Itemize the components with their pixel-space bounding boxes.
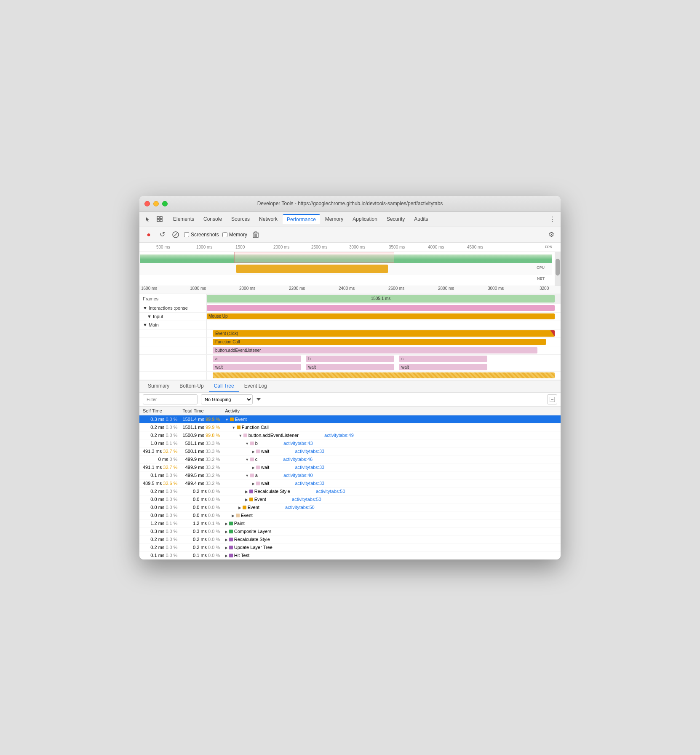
total-time-cell: 500.1 ms 33.3 % (179, 447, 222, 455)
table-row[interactable]: 0.3 ms 0.0 %1501.4 ms 99.9 %▼ Event (139, 415, 561, 423)
total-time-cell: 0.0 ms 0.0 % (179, 511, 222, 519)
table-row[interactable]: 0.2 ms 0.0 %0.2 ms 0.0 %▶ Recalculate St… (139, 487, 561, 495)
expand-icon[interactable]: ▼ (245, 474, 250, 478)
activity-link[interactable]: activitytabs:49 (324, 433, 354, 438)
table-row[interactable]: 0.2 ms 0.0 %1500.9 ms 99.8 %▼ button.add… (139, 431, 561, 439)
table-row[interactable]: 1.0 ms 0.1 %501.1 ms 33.3 %▼ b activityt… (139, 439, 561, 447)
screenshots-checkbox[interactable] (184, 232, 189, 237)
tab-security[interactable]: Security (382, 214, 409, 224)
expand-icon[interactable]: ▶ (245, 490, 249, 494)
minimize-button[interactable] (153, 201, 159, 206)
expand-icon[interactable]: ▼ (232, 426, 236, 430)
table-row[interactable]: 491.1 ms 32.7 %499.9 ms 33.2 %▶ wait act… (139, 463, 561, 471)
expand-icon[interactable]: ▶ (225, 538, 229, 542)
more-tabs-button[interactable]: ⋮ (547, 214, 557, 224)
expand-icon[interactable]: ▶ (245, 498, 249, 502)
memory-checkbox[interactable] (222, 232, 227, 237)
inspect-icon-button[interactable] (155, 214, 165, 224)
table-row[interactable]: 489.5 ms 32.6 %499.4 ms 33.2 %▶ wait act… (139, 479, 561, 487)
filter-input[interactable] (143, 394, 198, 404)
clear-button[interactable] (171, 230, 181, 240)
table-row[interactable]: 0.0 ms 0.0 %0.0 ms 0.0 %▶ Event activity… (139, 495, 561, 503)
expand-icon[interactable]: ▶ (238, 506, 243, 510)
expand-icon[interactable]: ▶ (225, 546, 229, 550)
ruler-tick-500: 500 ms (156, 245, 170, 249)
table-row[interactable]: 0.2 ms 0.0 %0.2 ms 0.0 %▶ Recalculate St… (139, 535, 561, 543)
expand-icon[interactable]: ▶ (225, 530, 229, 534)
activity-link[interactable]: activitytabs:50 (316, 489, 345, 494)
trash-button[interactable] (251, 230, 261, 240)
expand-icon[interactable]: ▶ (252, 450, 256, 454)
expand-icon[interactable]: ▼ (238, 434, 243, 438)
table-row[interactable]: 0.3 ms 0.0 %0.3 ms 0.0 %▶ Composite Laye… (139, 527, 561, 535)
record-button[interactable]: ● (144, 230, 154, 240)
tab-console[interactable]: Console (199, 214, 226, 224)
hide-children-button[interactable] (547, 394, 557, 404)
activity-link[interactable]: activitytabs:40 (283, 473, 313, 478)
close-button[interactable] (144, 201, 150, 206)
activity-cell: ▼ Function Call (222, 423, 561, 431)
activity-link[interactable]: activitytabs:50 (285, 505, 315, 510)
expand-icon[interactable]: ▶ (232, 514, 236, 518)
screenshots-checkbox-label[interactable]: Screenshots (184, 232, 219, 238)
tab-network[interactable]: Network (255, 214, 282, 224)
activity-link[interactable]: activitytabs:43 (283, 441, 313, 446)
expand-icon[interactable]: ▼ (245, 442, 250, 446)
table-row[interactable]: 0 ms 0 %499.9 ms 33.2 %▼ c activitytabs:… (139, 455, 561, 463)
cursor-icon-button[interactable] (143, 214, 153, 224)
expand-icon[interactable]: ▶ (252, 466, 256, 470)
table-row[interactable]: 0.2 ms 0.0 %0.2 ms 0.0 %▶ Update Layer T… (139, 543, 561, 551)
reload-button[interactable]: ↺ (157, 230, 167, 240)
activity-link[interactable]: activitytabs:33 (295, 449, 324, 454)
tab-elements[interactable]: Elements (169, 214, 198, 224)
activity-label: Update Layer Tree (234, 545, 273, 550)
timeline-scrollbar[interactable] (555, 252, 561, 286)
total-time-cell: 499.9 ms 33.2 % (179, 463, 222, 471)
table-row[interactable]: 1.2 ms 0.1 %1.2 ms 0.1 %▶ Paint (139, 519, 561, 527)
table-row[interactable]: 0.0 ms 0.0 %0.0 ms 0.0 %▶ Event activity… (139, 503, 561, 511)
call-tree-scroll[interactable]: Self Time Total Time Activity 0.3 ms 0.0… (139, 407, 561, 560)
expand-icon[interactable]: ▶ (225, 554, 229, 558)
total-time-cell: 0.2 ms 0.0 % (179, 543, 222, 551)
settings-button[interactable]: ⚙ (546, 230, 556, 240)
maximize-button[interactable] (162, 201, 168, 206)
ruler-tick-1500: 1500 (235, 245, 245, 249)
activity-link[interactable]: activitytabs:33 (295, 481, 324, 486)
activity-cell: ▶ wait activitytabs:33 (222, 479, 561, 487)
expand-icon[interactable]: ▶ (252, 482, 256, 486)
svg-rect-0 (157, 217, 159, 219)
tab-audits[interactable]: Audits (410, 214, 432, 224)
activity-link[interactable]: activitytabs:46 (283, 457, 313, 462)
grouping-select[interactable]: No Grouping Group by Activity Group by C… (201, 394, 253, 404)
tab-performance[interactable]: Performance (283, 214, 320, 224)
table-row[interactable]: 491.3 ms 32.7 %500.1 ms 33.3 %▶ wait act… (139, 447, 561, 455)
table-row[interactable]: 0.2 ms 0.0 %1501.1 ms 99.9 %▼ Function C… (139, 423, 561, 431)
expand-icon[interactable]: ▶ (225, 522, 229, 526)
activity-cell: ▶ Recalculate Style activitytabs:50 (222, 487, 561, 495)
total-time-cell: 0.2 ms 0.0 % (179, 487, 222, 495)
activity-label: Recalculate Style (234, 537, 270, 542)
self-time-cell: 0.0 ms 0.0 % (139, 495, 179, 503)
activity-label: wait (261, 449, 270, 454)
tab-memory[interactable]: Memory (321, 214, 347, 224)
table-row[interactable]: 0.1 ms 0.0 %499.5 ms 33.2 %▼ a activityt… (139, 471, 561, 479)
traffic-lights (144, 201, 168, 206)
tab-summary[interactable]: Summary (143, 380, 174, 392)
expand-icon[interactable]: ▼ (225, 418, 230, 422)
memory-checkbox-label[interactable]: Memory (222, 232, 247, 238)
activity-link[interactable]: activitytabs:50 (292, 497, 321, 502)
table-row[interactable]: 0.1 ms 0.0 %0.1 ms 0.0 %▶ Hit Test (139, 551, 561, 559)
tab-event-log[interactable]: Event Log (239, 380, 272, 392)
ruler-tick-1000: 1000 ms (196, 245, 212, 249)
expand-icon[interactable]: ▼ (245, 458, 250, 462)
table-row[interactable]: 0.0 ms 0.0 %0.0 ms 0.0 %▶ Event (139, 511, 561, 519)
frames-bar: 1505.1 ms (207, 295, 555, 303)
activity-link[interactable]: activitytabs:33 (295, 465, 324, 470)
mini-charts-area: CPU NET (139, 252, 561, 286)
tab-call-tree[interactable]: Call Tree (209, 380, 239, 392)
tab-bottom-up[interactable]: Bottom-Up (174, 380, 208, 392)
frames-track: Frames 1505.1 ms (139, 294, 561, 304)
tab-application[interactable]: Application (348, 214, 382, 224)
tab-sources[interactable]: Sources (227, 214, 254, 224)
activity-cell: ▶ Recalculate Style (222, 535, 561, 543)
